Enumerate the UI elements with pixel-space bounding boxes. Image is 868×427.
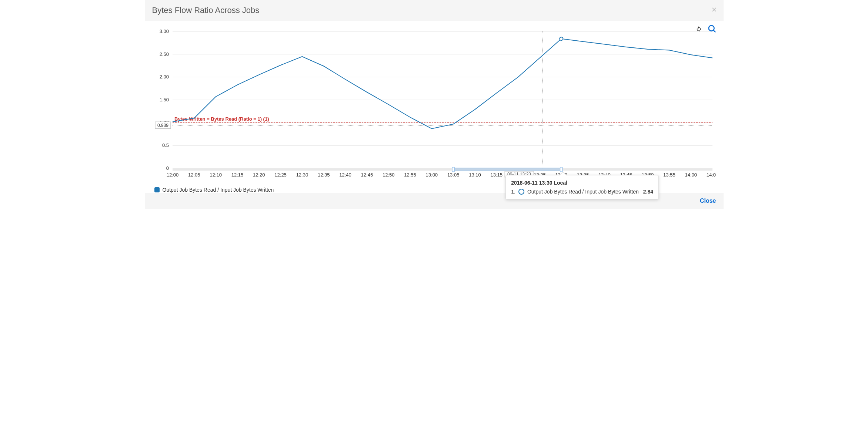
modal-header: Bytes Flow Ratio Across Jobs × — [145, 0, 724, 21]
chart-area[interactable]: 00.51.001.502.002.503.0012:0012:0512:101… — [152, 21, 716, 185]
line-chart-svg[interactable]: 00.51.001.502.002.503.0012:0012:0512:101… — [152, 28, 716, 183]
svg-text:14:00: 14:00 — [685, 172, 697, 178]
tooltip-row-prefix: 1. — [511, 189, 515, 195]
svg-text:3.00: 3.00 — [159, 28, 168, 34]
svg-rect-50 — [560, 167, 562, 172]
svg-text:14:05: 14:05 — [706, 172, 716, 178]
svg-text:12:00: 12:00 — [166, 172, 178, 178]
refresh-icon[interactable] — [695, 26, 702, 32]
svg-text:13:15: 13:15 — [490, 172, 503, 178]
svg-text:0.939: 0.939 — [157, 123, 168, 128]
svg-text:2.00: 2.00 — [159, 74, 168, 80]
chart-tooltip: 2018-06-11 13:30 Local 1. Output Job Byt… — [505, 175, 659, 199]
svg-text:1.50: 1.50 — [159, 97, 168, 102]
svg-point-47 — [560, 37, 563, 40]
tooltip-time: 2018-06-11 13:30 Local — [511, 180, 653, 186]
svg-rect-48 — [453, 168, 561, 171]
svg-text:12:40: 12:40 — [339, 172, 351, 178]
svg-text:12:35: 12:35 — [317, 172, 330, 178]
svg-text:12:05: 12:05 — [188, 172, 200, 178]
svg-text:12:10: 12:10 — [210, 172, 222, 178]
svg-text:12:50: 12:50 — [382, 172, 394, 178]
svg-text:13:00: 13:00 — [425, 172, 438, 178]
svg-text:12:15: 12:15 — [231, 172, 243, 178]
tooltip-series-marker-icon — [518, 189, 524, 195]
tooltip-value: 2.84 — [643, 189, 653, 195]
svg-rect-49 — [452, 167, 454, 172]
tooltip-series-label: Output Job Bytes Read / Input Job Bytes … — [527, 189, 639, 195]
svg-text:2.50: 2.50 — [159, 51, 168, 57]
svg-text:12:55: 12:55 — [404, 172, 416, 178]
legend-series-label: Output Job Bytes Read / Input Job Bytes … — [163, 187, 274, 193]
chart-toolbar — [695, 25, 716, 33]
svg-rect-40 — [173, 168, 712, 171]
zoom-icon[interactable] — [708, 25, 716, 33]
close-button[interactable]: Close — [700, 198, 716, 204]
svg-text:0.5: 0.5 — [162, 142, 168, 148]
modal-body: 00.51.001.502.002.503.0012:0012:0512:101… — [145, 21, 724, 193]
svg-text:13:10: 13:10 — [469, 172, 481, 178]
tooltip-row: 1. Output Job Bytes Read / Input Job Byt… — [511, 189, 653, 195]
legend-swatch — [154, 187, 160, 192]
svg-text:0: 0 — [166, 165, 168, 171]
modal-title: Bytes Flow Ratio Across Jobs — [152, 6, 260, 15]
close-icon[interactable]: × — [711, 4, 717, 15]
chart-modal: Bytes Flow Ratio Across Jobs × 00.51.001… — [145, 0, 724, 209]
svg-text:12:25: 12:25 — [274, 172, 287, 178]
svg-text:13:55: 13:55 — [663, 172, 675, 178]
svg-text:12:30: 12:30 — [296, 172, 308, 178]
svg-text:12:45: 12:45 — [361, 172, 373, 178]
svg-text:12:20: 12:20 — [253, 172, 265, 178]
svg-text:13:05: 13:05 — [447, 172, 459, 178]
